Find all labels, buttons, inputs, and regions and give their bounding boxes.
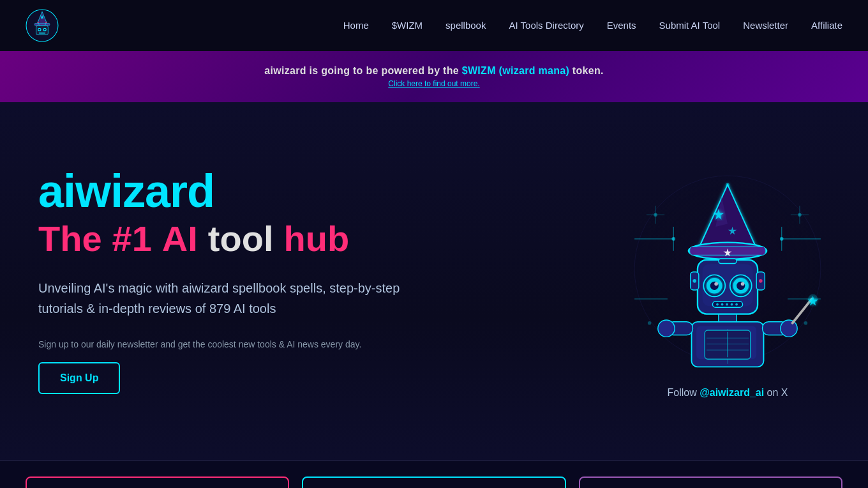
svg-point-70: [731, 303, 733, 306]
nav-ai-tools-directory[interactable]: AI Tools Directory: [509, 20, 583, 31]
svg-point-8: [44, 29, 46, 31]
bottom-card-1: [26, 477, 289, 488]
hero-newsletter-text: Sign up to our daily newsletter and get …: [38, 339, 434, 349]
svg-point-67: [716, 303, 719, 306]
logo-icon: [26, 9, 59, 42]
bottom-card-3: [579, 477, 842, 488]
follow-text: Follow @aiwizard_ai on X: [667, 387, 788, 399]
banner-subtext[interactable]: Click here to find out more.: [26, 79, 842, 88]
svg-point-55: [808, 294, 818, 304]
svg-rect-2: [34, 23, 50, 26]
svg-point-76: [759, 279, 763, 283]
nav-newsletter[interactable]: Newsletter: [743, 20, 788, 31]
navbar: Home $WIZM spellbook AI Tools Directory …: [0, 0, 868, 51]
svg-point-27: [648, 321, 652, 325]
svg-rect-9: [39, 33, 45, 34]
svg-point-65: [741, 282, 745, 286]
svg-point-71: [735, 303, 738, 306]
hero-subtitle-ai: AI: [162, 219, 198, 259]
hero-subtitle-hub: hub: [283, 219, 349, 259]
hero-subtitle-the: The: [38, 219, 102, 259]
svg-point-22: [780, 237, 784, 241]
bottom-strip: [0, 460, 868, 488]
twitter-handle[interactable]: @aiwizard_ai: [700, 387, 764, 398]
hero-subtitle: The #1 AI tool hub: [38, 219, 434, 259]
svg-point-52: [781, 320, 797, 337]
svg-point-68: [721, 303, 724, 306]
nav-spellbook[interactable]: spellbook: [445, 20, 486, 31]
banner-text: aiwizard is going to be powered by the $…: [26, 65, 842, 77]
announcement-banner[interactable]: aiwizard is going to be powered by the $…: [0, 51, 868, 102]
svg-point-21: [671, 237, 675, 241]
hero-subtitle-num: #1: [112, 219, 152, 259]
bottom-card-2: [302, 477, 565, 488]
svg-point-69: [726, 303, 728, 306]
hero-content: aiwizard The #1 AI tool hub Unveiling AI…: [38, 168, 434, 394]
nav-submit-ai-tool[interactable]: Submit AI Tool: [659, 20, 721, 31]
svg-rect-72: [719, 259, 737, 264]
hero-section: aiwizard The #1 AI tool hub Unveiling AI…: [0, 102, 868, 460]
nav-links: Home $WIZM spellbook AI Tools Directory …: [343, 20, 842, 31]
svg-point-28: [804, 321, 808, 325]
banner-highlight: $WIZM (wizard mana): [462, 65, 569, 76]
wizard-svg: [625, 164, 830, 374]
hero-title: aiwizard: [38, 168, 434, 214]
sign-up-button[interactable]: Sign Up: [38, 362, 120, 394]
nav-home[interactable]: Home: [343, 20, 369, 31]
svg-point-75: [692, 279, 696, 283]
wizard-illustration: [625, 164, 830, 374]
logo[interactable]: [26, 9, 59, 42]
nav-affiliate[interactable]: Affiliate: [811, 20, 842, 31]
hero-illustration: Follow @aiwizard_ai on X: [625, 164, 830, 399]
svg-point-13: [45, 22, 47, 23]
nav-events[interactable]: Events: [607, 20, 636, 31]
svg-point-7: [39, 29, 41, 31]
hero-description: Unveiling AI's magic with aiwizard spell…: [38, 278, 434, 319]
svg-point-50: [658, 320, 675, 337]
hero-subtitle-tool: tool: [208, 219, 274, 259]
svg-point-61: [714, 282, 718, 286]
nav-wizm[interactable]: $WIZM: [392, 20, 423, 31]
svg-point-11: [38, 22, 39, 23]
